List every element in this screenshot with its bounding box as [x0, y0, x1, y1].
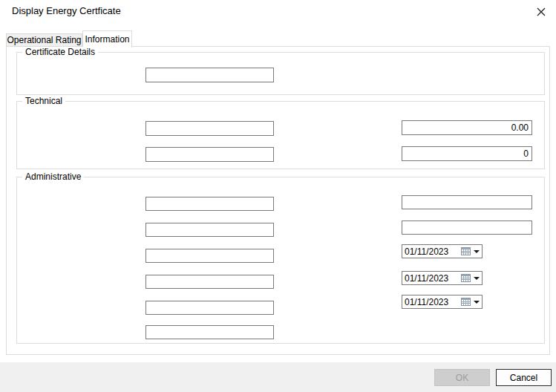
- tab-information-label: Information: [85, 34, 129, 45]
- total-useful-floor-area-field[interactable]: [402, 120, 532, 135]
- issue-date-calendar-dropdown-button[interactable]: [461, 245, 482, 258]
- tab-operational-rating-label: Operational Rating: [7, 35, 81, 45]
- tab-information[interactable]: Information: [82, 30, 132, 48]
- close-icon: [537, 6, 546, 19]
- dropdown-arrow-icon: [474, 277, 480, 280]
- asset-rating-field[interactable]: [402, 146, 532, 161]
- technical-group-title: Technical: [22, 96, 65, 106]
- related-party-disclosure-field[interactable]: [145, 325, 274, 339]
- issue-date-value: 01/11/2023: [402, 246, 461, 257]
- ok-button[interactable]: OK: [434, 369, 490, 386]
- assessor-name-field[interactable]: [145, 249, 274, 263]
- close-button[interactable]: [534, 5, 549, 20]
- calendar-icon: [461, 245, 471, 258]
- nominated-date-calendar-dropdown-button[interactable]: [461, 272, 482, 285]
- window-title: Display Energy Certficate: [12, 5, 121, 16]
- employer-trading-name-field[interactable]: [402, 195, 532, 209]
- valid-until-picker[interactable]: 01/11/2023: [402, 295, 483, 309]
- certificate-details-group-title: Certificate Details: [22, 47, 98, 57]
- cancel-button[interactable]: Cancel: [496, 369, 552, 386]
- certificate-details-group: [16, 52, 545, 95]
- employer-trading-address-field[interactable]: [402, 220, 532, 235]
- dialog-footer: OK Cancel: [0, 362, 556, 392]
- tab-operational-rating[interactable]: Operational Rating: [6, 33, 82, 47]
- building-environment-field[interactable]: [145, 147, 274, 162]
- nominated-date-picker[interactable]: 01/11/2023: [402, 271, 483, 285]
- assessment-software-field[interactable]: [145, 197, 274, 211]
- property-reference-field[interactable]: [145, 223, 274, 237]
- assessor-number-field[interactable]: [145, 275, 274, 289]
- accreditation-scheme-field[interactable]: [145, 301, 274, 315]
- valid-until-value: 01/11/2023: [402, 297, 461, 307]
- dropdown-arrow-icon: [474, 301, 480, 304]
- calendar-icon: [461, 272, 471, 285]
- reference-number-field[interactable]: [145, 68, 274, 82]
- calendar-icon: [461, 295, 471, 309]
- valid-until-calendar-dropdown-button[interactable]: [461, 295, 482, 309]
- dialog-display-energy-certificate: { "window": { "title": "Display Energy C…: [0, 0, 556, 392]
- administrative-group-title: Administrative: [22, 172, 84, 182]
- issue-date-picker[interactable]: 01/11/2023: [402, 244, 483, 258]
- dropdown-arrow-icon: [474, 250, 480, 253]
- main-heating-fuel-field[interactable]: [145, 121, 274, 136]
- nominated-date-value: 01/11/2023: [402, 273, 461, 284]
